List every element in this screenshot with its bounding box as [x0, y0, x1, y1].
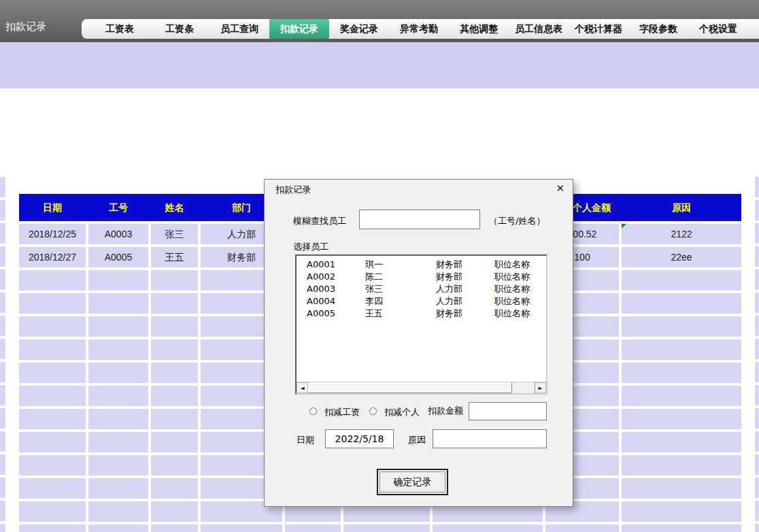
table-cell[interactable]: 2018/12/25: [19, 224, 86, 244]
employee-dept: 财务部: [436, 271, 494, 283]
table-cell[interactable]: [622, 316, 741, 337]
table-cell[interactable]: [433, 525, 543, 532]
table-cell[interactable]: [622, 501, 741, 522]
table-cell[interactable]: [151, 409, 198, 429]
table-cell[interactable]: A0003: [88, 224, 148, 244]
employee-list: A0001琪一财务部职位名称A0002陈二财务部职位名称A0003张三人力部职位…: [297, 259, 546, 320]
table-cell[interactable]: [88, 455, 148, 476]
table-cell[interactable]: [622, 409, 741, 429]
table-cell[interactable]: [19, 270, 86, 290]
table-cell[interactable]: [622, 432, 741, 452]
table-cell[interactable]: [19, 501, 86, 522]
employee-list-item[interactable]: A0002陈二财务部职位名称: [297, 271, 546, 283]
table-cell[interactable]: [19, 409, 86, 429]
table-cell[interactable]: [622, 386, 741, 406]
scrollbar-thumb[interactable]: [308, 382, 512, 393]
table-cell[interactable]: [622, 478, 741, 499]
employee-list-item[interactable]: A0005王五财务部职位名称: [297, 307, 546, 320]
table-cell[interactable]: [622, 339, 741, 360]
table-cell[interactable]: 22ee: [622, 247, 741, 267]
table-cell[interactable]: [151, 363, 198, 383]
table-cell[interactable]: [88, 501, 148, 522]
table-cell[interactable]: [151, 455, 198, 476]
amount-label: 扣款金额: [428, 405, 463, 417]
table-cell[interactable]: [151, 525, 198, 532]
table-cell[interactable]: [19, 432, 86, 452]
scroll-left-icon[interactable]: ◄: [297, 382, 308, 393]
table-cell[interactable]: 2122: [622, 224, 741, 244]
employee-dept: 财务部: [436, 259, 494, 271]
deduct-personal-radio[interactable]: [369, 408, 377, 415]
page-title: 扣款记录: [5, 20, 46, 33]
table-cell[interactable]: [622, 363, 741, 383]
table-cell[interactable]: [151, 270, 198, 290]
deduct-salary-radio[interactable]: [309, 408, 317, 415]
nav-tab[interactable]: 个税计算器: [569, 19, 628, 39]
grid-cell-partial: [755, 478, 759, 498]
employee-list-item[interactable]: A0004李四人力部职位名称: [297, 295, 546, 307]
table-cell[interactable]: [19, 293, 86, 314]
table-cell[interactable]: [285, 525, 341, 532]
table-cell[interactable]: [88, 339, 148, 360]
table-cell[interactable]: [622, 525, 741, 532]
table-cell[interactable]: [88, 432, 148, 452]
scrollbar-track[interactable]: [512, 382, 535, 393]
nav-tab[interactable]: 奖金记录: [329, 19, 389, 39]
table-cell[interactable]: [88, 478, 148, 499]
nav-tab[interactable]: 个税设置: [688, 19, 748, 39]
nav-tab[interactable]: 扣款记录: [269, 19, 329, 39]
amount-input[interactable]: [469, 402, 547, 420]
fuzzy-search-input[interactable]: [359, 210, 480, 229]
table-cell[interactable]: [88, 525, 148, 532]
nav-tab[interactable]: 异常考勤: [389, 19, 449, 39]
table-cell[interactable]: [343, 525, 430, 532]
table-cell[interactable]: [19, 478, 86, 499]
table-cell[interactable]: [151, 339, 198, 360]
table-cell[interactable]: [19, 363, 86, 383]
table-cell[interactable]: [19, 339, 86, 360]
nav-tab[interactable]: 员工信息表: [509, 19, 569, 39]
table-cell[interactable]: 张三: [151, 224, 198, 244]
table-cell[interactable]: [622, 455, 741, 476]
nav-tab[interactable]: 字段参数: [628, 19, 688, 39]
employee-list-item[interactable]: A0003张三人力部职位名称: [297, 283, 546, 295]
table-cell[interactable]: [19, 525, 86, 532]
close-icon[interactable]: ✕: [556, 182, 564, 195]
table-cell[interactable]: [88, 409, 148, 429]
table-cell[interactable]: [151, 501, 198, 522]
table-cell[interactable]: [622, 293, 741, 314]
table-cell[interactable]: 2018/12/27: [19, 247, 86, 267]
table-cell[interactable]: [88, 363, 148, 383]
table-cell[interactable]: [151, 293, 198, 314]
reason-input[interactable]: [433, 429, 547, 448]
table-cell[interactable]: [19, 386, 86, 406]
table-cell[interactable]: [88, 293, 148, 314]
table-cell[interactable]: [151, 432, 198, 452]
nav-tab[interactable]: 员工查询: [209, 19, 269, 39]
scroll-right-icon[interactable]: ►: [535, 382, 546, 393]
date-input[interactable]: [325, 429, 394, 448]
table-cell[interactable]: [151, 478, 198, 499]
grid-cell-partial: [0, 316, 5, 336]
table-cell[interactable]: [19, 455, 86, 476]
table-cell[interactable]: [622, 270, 741, 290]
nav-tab[interactable]: 其他调整: [449, 19, 509, 39]
employee-name: 李四: [365, 295, 436, 307]
table-cell[interactable]: [151, 316, 198, 337]
table-cell[interactable]: [88, 270, 148, 290]
table-cell[interactable]: A0005: [88, 247, 148, 267]
confirm-record-button[interactable]: 确定记录: [377, 469, 448, 495]
employee-listbox[interactable]: A0001琪一财务部职位名称A0002陈二财务部职位名称A0003张三人力部职位…: [295, 254, 547, 395]
table-cell[interactable]: [88, 386, 148, 406]
table-cell[interactable]: [151, 386, 198, 406]
table-cell[interactable]: 王五: [151, 247, 198, 267]
employee-pos: 职位名称: [494, 283, 546, 295]
table-cell[interactable]: [88, 316, 148, 337]
table-cell[interactable]: [201, 525, 282, 532]
table-cell[interactable]: [19, 316, 86, 337]
fuzzy-search-label: 模糊查找员工: [293, 215, 346, 227]
employee-list-item[interactable]: A0001琪一财务部职位名称: [297, 259, 546, 271]
nav-tab[interactable]: 工资条: [150, 19, 209, 39]
nav-tab[interactable]: 工资表: [90, 19, 150, 39]
table-cell[interactable]: [545, 525, 619, 532]
